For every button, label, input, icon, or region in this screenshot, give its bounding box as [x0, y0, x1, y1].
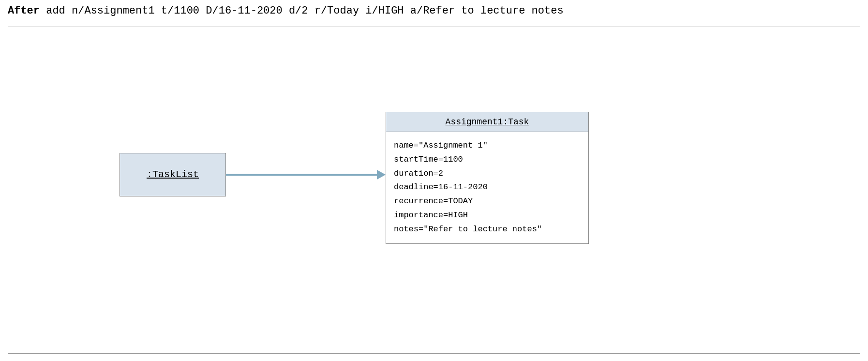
diagram-container: :TaskList Assignment1:Task name="Assignm…	[8, 27, 860, 354]
tasklist-label: :TaskList	[147, 169, 199, 180]
task-attr-4: recurrence=TODAY	[394, 195, 581, 209]
arrow-head	[377, 170, 386, 180]
arrow	[226, 171, 386, 178]
task-attr-2: duration=2	[394, 167, 581, 181]
tasklist-box: :TaskList	[120, 153, 226, 196]
arrow-line	[226, 174, 377, 176]
header-bold: After	[8, 5, 40, 17]
task-attr-5: importance=HIGH	[394, 209, 581, 223]
task-box: Assignment1:Task name="Assignment 1" sta…	[386, 112, 589, 244]
header-command: add n/Assignment1 t/1100 D/16-11-2020 d/…	[40, 5, 564, 17]
task-attr-1: startTime=1100	[394, 153, 581, 167]
header-line: After add n/Assignment1 t/1100 D/16-11-2…	[0, 0, 868, 23]
task-box-header: Assignment1:Task	[386, 112, 588, 132]
task-box-body: name="Assignment 1" startTime=1100 durat…	[386, 132, 588, 243]
task-attr-3: deadline=16-11-2020	[394, 180, 581, 195]
task-attr-0: name="Assignment 1"	[394, 139, 581, 153]
task-attr-6: notes="Refer to lecture notes"	[394, 223, 581, 237]
